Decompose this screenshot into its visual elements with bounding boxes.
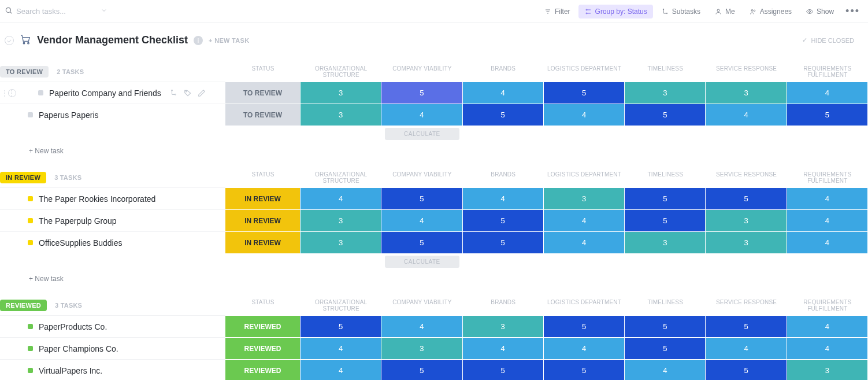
score-cell[interactable]: 3 xyxy=(706,231,787,253)
column-header-requirements[interactable]: REQUIREMENTS FULFILLMENT xyxy=(787,62,868,82)
score-cell[interactable]: 5 xyxy=(463,359,544,380)
status-dot[interactable] xyxy=(28,196,33,201)
score-cell[interactable]: 5 xyxy=(381,187,462,209)
score-cell[interactable]: 3 xyxy=(625,231,706,253)
status-cell[interactable]: TO REVIEW xyxy=(225,104,301,126)
me-button[interactable]: Me xyxy=(709,5,741,19)
new-task-header-button[interactable]: + NEW TASK xyxy=(209,37,249,44)
show-button[interactable]: Show xyxy=(800,5,840,19)
score-cell[interactable]: 5 xyxy=(787,104,868,126)
score-cell[interactable]: 4 xyxy=(706,337,787,359)
column-header-timeliness[interactable]: TIMELINESS xyxy=(625,168,706,187)
task-name[interactable]: VirtualPapers Inc. xyxy=(39,366,102,375)
task-name[interactable]: OfficeSupplies Buddies xyxy=(39,238,123,248)
task-row[interactable]: PaperProducts Co. xyxy=(0,315,225,337)
score-cell[interactable]: 4 xyxy=(301,337,381,359)
column-header-status[interactable]: STATUS xyxy=(225,62,301,82)
score-cell[interactable]: 3 xyxy=(301,231,381,253)
status-cell[interactable]: IN REVIEW xyxy=(225,209,301,231)
column-header-timeliness[interactable]: TIMELINESS xyxy=(625,296,706,315)
status-dot[interactable] xyxy=(28,112,33,117)
status-cell[interactable]: TO REVIEW xyxy=(225,82,301,104)
task-name[interactable]: Paper Champions Co. xyxy=(39,344,118,353)
column-header-status[interactable]: STATUS xyxy=(225,296,301,315)
info-icon[interactable]: i xyxy=(194,36,203,45)
column-header-org[interactable]: ORGANIZATIONAL STRUCTURE xyxy=(301,62,381,82)
task-row[interactable]: OfficeSupplies Buddies xyxy=(0,231,225,253)
score-cell[interactable]: 5 xyxy=(463,104,544,126)
column-header-viability[interactable]: COMPANY VIABILITY xyxy=(381,296,462,315)
score-cell[interactable]: 4 xyxy=(787,315,868,337)
score-cell[interactable]: 4 xyxy=(787,82,868,104)
subtasks-button[interactable]: Subtasks xyxy=(655,5,706,19)
task-row[interactable]: VirtualPapers Inc. xyxy=(0,359,225,380)
score-cell[interactable]: 3 xyxy=(544,187,625,209)
score-cell[interactable]: 5 xyxy=(544,315,625,337)
score-cell[interactable]: 5 xyxy=(625,187,706,209)
column-header-viability[interactable]: COMPANY VIABILITY xyxy=(381,168,462,187)
score-cell[interactable]: 5 xyxy=(463,209,544,231)
more-menu-button[interactable]: ••• xyxy=(842,3,863,20)
new-task-button[interactable]: + New task xyxy=(0,142,868,158)
score-cell[interactable]: 4 xyxy=(381,209,462,231)
group-status-pill[interactable]: REVIEWED xyxy=(0,300,47,311)
score-cell[interactable]: 5 xyxy=(706,187,787,209)
group-status-pill[interactable]: TO REVIEW xyxy=(0,66,49,78)
column-header-viability[interactable]: COMPANY VIABILITY xyxy=(381,62,462,82)
score-cell[interactable]: 4 xyxy=(787,209,868,231)
score-cell[interactable]: 5 xyxy=(706,315,787,337)
status-cell[interactable]: IN REVIEW xyxy=(225,231,301,253)
status-cell[interactable]: REVIEWED xyxy=(225,359,301,380)
column-header-org[interactable]: ORGANIZATIONAL STRUCTURE xyxy=(301,296,381,315)
task-name[interactable]: Paperus Paperis xyxy=(39,110,99,120)
score-cell[interactable]: 4 xyxy=(463,82,544,104)
status-cell[interactable]: REVIEWED xyxy=(225,337,301,359)
status-cell[interactable]: IN REVIEW xyxy=(225,187,301,209)
filter-button[interactable]: Filter xyxy=(538,5,576,19)
score-cell[interactable]: 5 xyxy=(625,337,706,359)
chevron-down-icon[interactable] xyxy=(101,7,107,16)
tag-icon[interactable] xyxy=(183,88,192,98)
task-row[interactable]: ⋮⋮Paperito Company and Friends xyxy=(0,82,225,104)
groupby-button[interactable]: Group by: Status xyxy=(578,5,653,19)
score-cell[interactable]: 4 xyxy=(381,104,462,126)
task-row[interactable]: Paper Champions Co. xyxy=(0,337,225,359)
score-cell[interactable]: 3 xyxy=(463,315,544,337)
task-name[interactable]: The Paperpulp Group xyxy=(39,216,117,226)
search-input[interactable] xyxy=(16,7,97,16)
status-dot[interactable] xyxy=(38,90,43,95)
task-row[interactable]: The Paper Rookies Incorporated xyxy=(0,187,225,209)
subtask-icon[interactable] xyxy=(169,88,179,98)
score-cell[interactable]: 4 xyxy=(544,231,625,253)
calculate-button[interactable]: CALCULATE xyxy=(385,256,459,268)
task-name[interactable]: The Paper Rookies Incorporated xyxy=(39,194,155,204)
score-cell[interactable]: 4 xyxy=(301,187,381,209)
score-cell[interactable]: 3 xyxy=(787,359,868,380)
score-cell[interactable]: 5 xyxy=(625,315,706,337)
score-cell[interactable]: 3 xyxy=(706,209,787,231)
score-cell[interactable]: 4 xyxy=(787,337,868,359)
column-header-brands[interactable]: BRANDS xyxy=(463,296,544,315)
status-dot[interactable] xyxy=(28,324,33,329)
column-header-org[interactable]: ORGANIZATIONAL STRUCTURE xyxy=(301,168,381,187)
score-cell[interactable]: 5 xyxy=(625,104,706,126)
column-header-logistics[interactable]: LOGISTICS DEPARTMENT xyxy=(544,62,625,82)
score-cell[interactable]: 5 xyxy=(381,82,462,104)
score-cell[interactable]: 5 xyxy=(544,359,625,380)
score-cell[interactable]: 5 xyxy=(463,231,544,253)
calculate-button[interactable]: CALCULATE xyxy=(385,128,459,140)
hide-closed-button[interactable]: ✓ HIDE CLOSED xyxy=(802,36,854,44)
column-header-requirements[interactable]: REQUIREMENTS FULFILLMENT xyxy=(787,168,868,187)
task-row[interactable]: Paperus Paperis xyxy=(0,104,225,126)
score-cell[interactable]: 4 xyxy=(544,337,625,359)
score-cell[interactable]: 4 xyxy=(463,187,544,209)
score-cell[interactable]: 4 xyxy=(544,209,625,231)
score-cell[interactable]: 5 xyxy=(381,231,462,253)
edit-icon[interactable] xyxy=(197,88,206,98)
score-cell[interactable]: 4 xyxy=(787,187,868,209)
score-cell[interactable]: 4 xyxy=(706,104,787,126)
status-dot[interactable] xyxy=(28,368,33,373)
new-task-button[interactable]: + New task xyxy=(0,270,868,286)
column-header-status[interactable]: STATUS xyxy=(225,168,301,187)
assignees-button[interactable]: Assignees xyxy=(743,5,797,19)
